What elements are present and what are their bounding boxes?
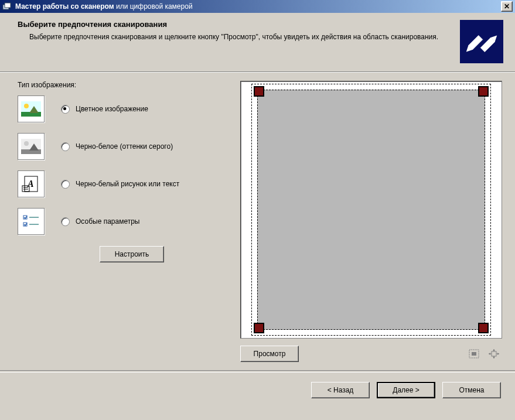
svg-marker-29 — [497, 353, 499, 355]
wizard-icon — [460, 20, 503, 63]
option-grayscale[interactable]: Черно-белое (оттенки серого) — [18, 134, 240, 159]
wizard-header: Выберите предпочтения сканирования Выбер… — [0, 13, 515, 72]
option-color-label: Цветное изображение — [76, 105, 148, 113]
radio-color[interactable] — [61, 105, 70, 114]
back-button[interactable]: < Назад — [311, 382, 370, 398]
option-grayscale-label: Черно-белое (оттенки серого) — [76, 142, 173, 151]
svg-rect-21 — [492, 351, 496, 356]
zoom-selection-icon[interactable] — [466, 346, 482, 361]
svg-point-4 — [24, 104, 29, 108]
svg-text:A: A — [27, 179, 34, 189]
option-custom-label: Особые параметры — [76, 217, 140, 226]
option-color[interactable]: Цветное изображение — [18, 96, 240, 122]
svg-marker-27 — [493, 357, 495, 358]
crop-handle-top-left[interactable] — [254, 86, 264, 97]
radio-grayscale[interactable] — [61, 142, 70, 151]
wizard-header-text: Выберите предпочтения сканирования Выбер… — [18, 20, 460, 42]
preview-area[interactable] — [240, 81, 502, 339]
option-custom[interactable]: Особые параметры — [18, 209, 240, 234]
svg-rect-20 — [472, 352, 476, 356]
wizard-description: Выберите предпочтения сканирования и щел… — [29, 32, 454, 42]
option-bw[interactable]: A Черно-белый рисунок или текст — [18, 171, 240, 197]
crop-handle-bottom-right[interactable] — [478, 323, 489, 333]
close-button[interactable]: ✕ — [501, 1, 513, 12]
custom-settings-icon — [18, 208, 45, 235]
crop-handle-top-right[interactable] — [478, 86, 489, 97]
wizard-title: Выберите предпочтения сканирования — [18, 20, 454, 29]
svg-marker-28 — [489, 353, 490, 355]
radio-bw[interactable] — [61, 180, 70, 189]
radio-custom[interactable] — [61, 217, 70, 226]
scan-page[interactable] — [257, 90, 485, 330]
crop-handle-bottom-left[interactable] — [254, 323, 264, 333]
image-type-group: Тип изображения: Цветное изображение Чер… — [18, 81, 240, 362]
image-type-label: Тип изображения: — [18, 81, 240, 89]
svg-rect-1 — [5, 3, 11, 8]
color-photo-icon — [18, 95, 45, 122]
cancel-button[interactable]: Отмена — [442, 382, 501, 398]
wizard-body: Тип изображения: Цветное изображение Чер… — [0, 73, 515, 368]
preview-controls: Просмотр — [240, 346, 502, 362]
bw-text-icon: A — [18, 170, 45, 197]
window-title: Мастер работы со сканером или цифровой к… — [15, 2, 501, 11]
app-icon — [2, 2, 12, 11]
titlebar: Мастер работы со сканером или цифровой к… — [0, 0, 515, 13]
svg-marker-26 — [493, 349, 495, 351]
window-title-rest: или цифровой камерой — [114, 2, 193, 11]
preview-column: Просмотр — [240, 81, 502, 362]
option-bw-label: Черно-белый рисунок или текст — [76, 180, 179, 188]
configure-button[interactable]: Настроить — [100, 246, 164, 262]
window-title-bold: Мастер работы со сканером — [15, 2, 114, 11]
fit-page-icon[interactable] — [486, 346, 502, 361]
wizard-footer: < Назад Далее > Отмена — [0, 373, 515, 408]
svg-point-8 — [24, 141, 29, 146]
next-button[interactable]: Далее > — [377, 382, 435, 398]
preview-button[interactable]: Просмотр — [240, 346, 299, 362]
grayscale-photo-icon — [18, 133, 45, 160]
